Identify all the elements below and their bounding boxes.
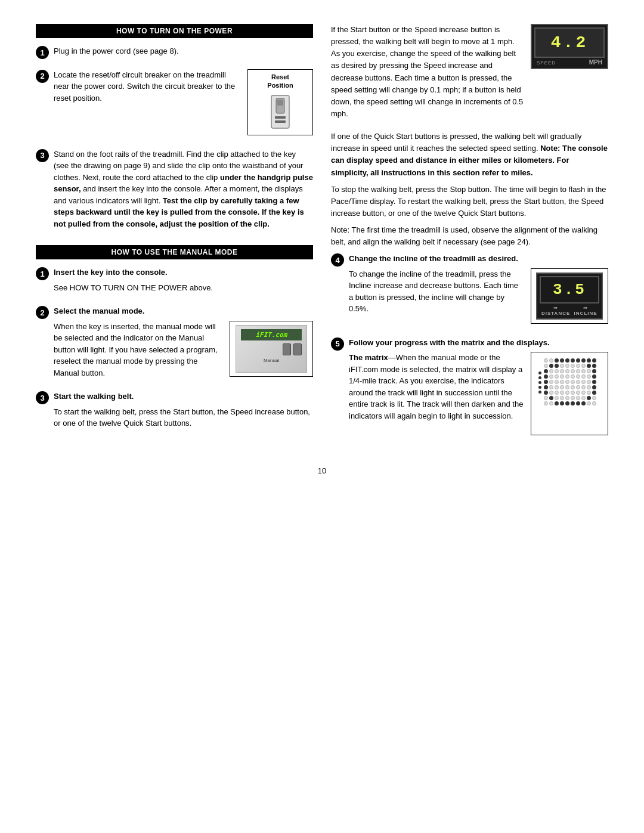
step3b-title: Start the walking belt. (54, 391, 313, 402)
incline-display-figure: 3.5 ⇒ DISTANCE ⇒ INCLINE (531, 268, 608, 324)
step1-number: 1 (36, 46, 49, 59)
console-text: iFIT.com (256, 331, 287, 339)
step3b: 3 Start the walking belt. To start the w… (36, 391, 313, 433)
step1-text: Plug in the power cord (see page 8). (54, 45, 313, 57)
speed-label: SPEED (537, 60, 556, 66)
right-para4: Note: The first time the treadmill is us… (331, 224, 608, 248)
step1-content: Plug in the power cord (see page 8). (54, 45, 313, 61)
step3-bold1: under the handgrip pulse sensor, (54, 173, 313, 194)
speed-display-figure: 4.2 SPEED MPH (531, 24, 608, 69)
circuit-breaker-icon (265, 92, 295, 131)
reset-label1: Reset (253, 73, 308, 80)
matrix-bold-title: The matrix (349, 353, 388, 362)
speed-lcd: 4.2 (534, 27, 605, 58)
matrix-text: —When the manual mode or the iFIT.com mo… (349, 353, 523, 420)
step5-number: 5 (331, 337, 344, 351)
matrix-dots-grid (544, 358, 596, 407)
console-screen: iFIT.com (241, 329, 302, 340)
dist-incline-labels: ⇒ DISTANCE ⇒ INCLINE (540, 305, 599, 316)
console-image: iFIT.com Manual (236, 325, 307, 373)
svg-rect-3 (275, 116, 286, 119)
step4-number: 4 (331, 253, 344, 267)
dist-label: ⇒ DISTANCE (540, 305, 572, 316)
step3-number: 3 (36, 149, 49, 162)
speed-unit: MPH (589, 59, 602, 66)
section1-header: HOW TO TURN ON THE POWER (36, 24, 313, 38)
step3-text: Stand on the foot rails of the treadmill… (54, 148, 313, 230)
step4-title: Change the incline of the treadmill as d… (349, 253, 608, 265)
step1b-content: Insert the key into the console. See HOW… (54, 267, 313, 297)
step3-content: Stand on the foot rails of the treadmill… (54, 148, 313, 234)
right-para2: If one of the Quick Start buttons is pre… (331, 131, 608, 179)
step5: 5 Follow your progress with the matrix a… (331, 337, 608, 441)
section2-header: HOW TO USE THE MANUAL MODE (36, 245, 313, 259)
step5-content: Follow your progress with the matrix and… (349, 337, 608, 441)
step3: 3 Stand on the foot rails of the treadmi… (36, 148, 313, 234)
reset-label2: Position (253, 82, 308, 89)
manual-console-figure: iFIT.com Manual (230, 321, 313, 377)
reset-position-figure: Reset Position (247, 69, 313, 135)
step1b-sub: See HOW TO TURN ON THE POWER above. (54, 282, 313, 294)
svg-rect-4 (275, 120, 286, 123)
step3b-text: To start the walking belt, press the Sta… (54, 406, 313, 429)
step3b-number: 3 (36, 391, 49, 404)
step2b: 2 Select the manual mode. iFIT.com (36, 305, 313, 382)
page-number: 10 (36, 466, 608, 475)
step3-bold2: Test the clip by carefully taking a few … (54, 196, 304, 228)
step3b-content: Start the walking belt. To start the wal… (54, 391, 313, 433)
matrix-figure (531, 352, 608, 435)
right-para3: To stop the walking belt, press the Stop… (331, 184, 608, 219)
step1b-title: Insert the key into the console. (54, 267, 313, 278)
step4-content: Change the incline of the treadmill as d… (349, 253, 608, 329)
step2b-content: Select the manual mode. iFIT.com Manual (54, 305, 313, 382)
step1b: 1 Insert the key into the console. See H… (36, 267, 313, 297)
step2b-title: Select the manual mode. (54, 305, 313, 317)
console-manual-label: Manual (236, 358, 306, 363)
step1b-number: 1 (36, 267, 49, 280)
svg-rect-2 (277, 100, 283, 106)
step2-content: Reset Position Locate the reset/off c (54, 69, 313, 140)
step5-title: Follow your progress with the matrix and… (349, 337, 608, 349)
incline-lcd: 3.5 (540, 276, 599, 304)
step1: 1 Plug in the power cord (see page 8). (36, 45, 313, 61)
step4: 4 Change the incline of the treadmill as… (331, 253, 608, 329)
step2: 2 Reset Position (36, 69, 313, 140)
right-para1: If the Start button or the Speed increas… (331, 24, 525, 120)
step2b-number: 2 (36, 306, 49, 319)
incline-label: ⇒ INCLINE (572, 305, 599, 316)
step2-number: 2 (36, 70, 49, 83)
